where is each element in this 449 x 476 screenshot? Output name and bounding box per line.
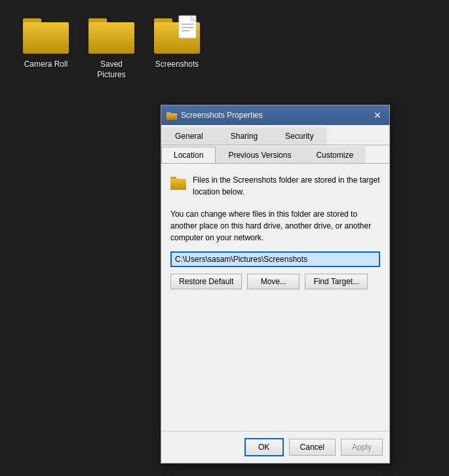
desktop: Camera Roll Saved Pictures bbox=[0, 0, 449, 476]
folder-camera-roll-label: Camera Roll bbox=[24, 60, 68, 70]
tabs-row-2: Location Previous Versions Customize bbox=[161, 145, 389, 164]
folder-small-icon bbox=[170, 175, 186, 190]
find-target-button[interactable]: Find Target... bbox=[305, 274, 368, 289]
tab-location[interactable]: Location bbox=[161, 147, 216, 163]
description-text-2: You can change where files in this folde… bbox=[170, 208, 380, 244]
title-bar-left: Screenshots Properties bbox=[166, 111, 263, 120]
action-buttons-row: Restore Default Move... Find Target... bbox=[170, 274, 380, 289]
tab-sharing[interactable]: Sharing bbox=[217, 127, 271, 145]
folder-saved-pictures-icon bbox=[88, 13, 134, 56]
restore-default-button[interactable]: Restore Default bbox=[170, 274, 242, 289]
folder-camera-roll-icon bbox=[23, 13, 69, 56]
tab-security[interactable]: Security bbox=[271, 127, 327, 145]
dialog-title-icon bbox=[166, 111, 177, 120]
ok-button[interactable]: OK bbox=[244, 438, 284, 456]
tab-customize[interactable]: Customize bbox=[303, 147, 366, 163]
folder-screenshots-label: Screenshots bbox=[155, 60, 199, 70]
folder-saved-pictures[interactable]: Saved Pictures bbox=[85, 13, 138, 80]
desktop-folder-area: Camera Roll Saved Pictures bbox=[0, 0, 449, 93]
tabs-row-1: General Sharing Security bbox=[161, 125, 389, 145]
svg-rect-2 bbox=[23, 22, 69, 54]
dialog-close-button[interactable]: ✕ bbox=[371, 109, 384, 122]
dialog-title-text: Screenshots Properties bbox=[181, 111, 263, 120]
svg-rect-16 bbox=[166, 113, 177, 120]
path-input[interactable] bbox=[170, 251, 380, 267]
dialog-footer: OK Cancel Apply bbox=[161, 431, 389, 463]
svg-rect-19 bbox=[170, 179, 186, 190]
tab-previous-versions[interactable]: Previous Versions bbox=[216, 147, 303, 163]
screenshots-properties-dialog: Screenshots Properties ✕ General Sharing… bbox=[161, 105, 390, 464]
description-text-1: Files in the Screenshots folder are stor… bbox=[193, 174, 380, 198]
folder-screenshots-icon bbox=[154, 13, 200, 56]
content-top: Files in the Screenshots folder are stor… bbox=[170, 174, 380, 198]
apply-button[interactable]: Apply bbox=[341, 439, 383, 456]
folder-camera-roll[interactable]: Camera Roll bbox=[20, 13, 72, 70]
dialog-title-bar: Screenshots Properties ✕ bbox=[161, 105, 389, 125]
dialog-content: Files in the Screenshots folder are stor… bbox=[161, 164, 389, 431]
move-button[interactable]: Move... bbox=[247, 274, 300, 289]
svg-rect-5 bbox=[88, 22, 134, 54]
folder-screenshots[interactable]: Screenshots bbox=[151, 13, 203, 70]
folder-saved-pictures-label: Saved Pictures bbox=[85, 60, 138, 80]
cancel-button[interactable]: Cancel bbox=[289, 439, 336, 456]
tab-general[interactable]: General bbox=[161, 127, 217, 145]
